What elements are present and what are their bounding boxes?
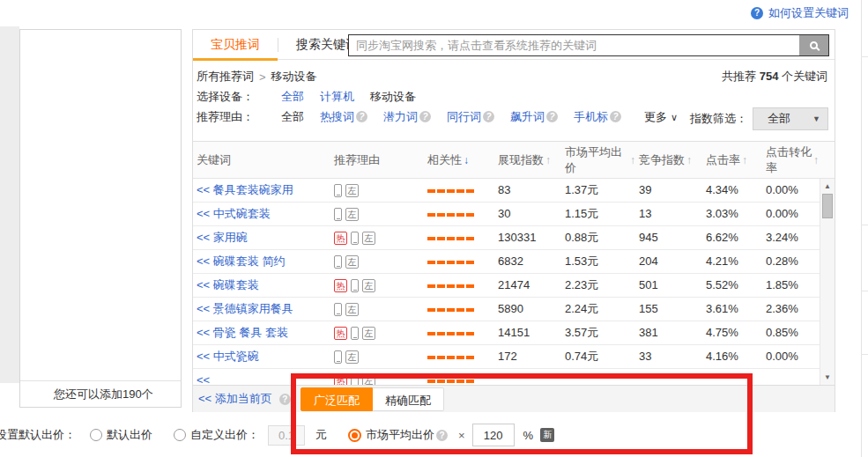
- keyword-add-link[interactable]: << 碗碟套装: [197, 278, 259, 291]
- reason-option[interactable]: 飙升词?: [510, 109, 558, 125]
- yuan-unit-label: 元: [315, 427, 327, 443]
- impressions-cell: 5890: [494, 298, 561, 321]
- competition-cell: [635, 369, 702, 385]
- reason-option[interactable]: 热搜词?: [320, 109, 367, 125]
- column-header-5[interactable]: 竞争指数↑: [635, 152, 702, 168]
- reason-options: 全部热搜词?潜力词?同行词?飙升词?手机标?: [281, 109, 637, 125]
- sort-up-icon[interactable]: ↑: [545, 154, 551, 166]
- relevance-cell: [424, 298, 494, 321]
- mobile-badge-icon: [334, 184, 342, 197]
- reason-option[interactable]: 同行词?: [447, 109, 494, 125]
- search-icon: [810, 41, 818, 49]
- column-header-4[interactable]: 市场平均出价↑: [561, 144, 635, 176]
- radio-custom-bid[interactable]: 自定义出价：: [174, 427, 259, 443]
- tab-product-keywords[interactable]: 宝贝推词: [193, 30, 278, 60]
- zuo-badge-icon: 左: [345, 208, 359, 221]
- scroll-up-icon[interactable]: ▲: [820, 182, 835, 190]
- radio-default-bid[interactable]: 默认出价: [90, 427, 152, 443]
- radio-circle-icon: [90, 429, 102, 441]
- keyword-search-box: [348, 34, 829, 56]
- mobile-badge-icon: [334, 208, 342, 221]
- sort-up-icon[interactable]: ↑: [742, 154, 747, 166]
- reason-option[interactable]: 潜力词?: [383, 109, 431, 125]
- add-page-help-icon[interactable]: ?: [279, 394, 291, 405]
- index-filter-value: 全部: [768, 111, 790, 127]
- broad-match-button[interactable]: 广泛匹配: [300, 387, 373, 411]
- column-label: 推荐理由: [334, 152, 380, 168]
- reason-help-icon[interactable]: ?: [419, 111, 431, 122]
- reason-option[interactable]: 手机标?: [574, 109, 621, 125]
- device-option[interactable]: 全部: [281, 89, 304, 105]
- column-header-2[interactable]: 相关性↓: [424, 152, 494, 168]
- avg_price-cell: [561, 369, 635, 385]
- cvr-cell: 2.36%: [762, 298, 819, 321]
- avg_price-cell: 3.57元: [561, 321, 635, 344]
- column-header-7[interactable]: 点击转化率↑: [762, 144, 819, 176]
- keyword-add-link[interactable]: << 中式碗套装: [197, 207, 271, 220]
- sort-up-icon[interactable]: ↑: [686, 154, 692, 166]
- avg_price-cell: 2.23元: [561, 274, 635, 297]
- mobile-badge-icon: [334, 303, 342, 316]
- keyword-add-link[interactable]: <<: [197, 373, 210, 385]
- keyword-search-input[interactable]: [349, 35, 799, 55]
- ctr-cell: 4.16%: [702, 345, 762, 368]
- sort-down-icon[interactable]: ↓: [464, 154, 469, 166]
- column-header-6[interactable]: 点击率↑: [702, 152, 762, 168]
- keyword-add-link[interactable]: << 景德镇家用餐具: [197, 302, 293, 315]
- relevance-cell: [424, 369, 494, 385]
- keyword-add-link[interactable]: << 家用碗: [197, 231, 248, 244]
- add-current-page-link[interactable]: << 添加当前页: [198, 391, 272, 407]
- percent-input[interactable]: [472, 424, 515, 446]
- market-price-help-icon[interactable]: ?: [436, 430, 448, 441]
- summary-prefix: 共推荐: [722, 70, 756, 83]
- keyword-add-link[interactable]: << 骨瓷 餐具 套装: [197, 326, 288, 339]
- table-row: << 中式碗套装左301.15元133.03%0.00%: [193, 203, 835, 226]
- keyword-add-link[interactable]: << 中式瓷碗: [197, 350, 259, 363]
- mobile-badge-icon: [351, 232, 359, 245]
- avg_price-cell: 1.37元: [561, 179, 635, 202]
- how-to-set-keywords-link[interactable]: ? 如何设置关键词: [751, 5, 849, 21]
- zuo-badge-icon: 左: [362, 232, 375, 245]
- reason-filter-label: 推荐理由：: [197, 109, 281, 125]
- radio-market-label: 市场平均出价: [366, 427, 434, 443]
- sort-up-icon[interactable]: ↑: [813, 154, 819, 166]
- column-label: 市场平均出价: [565, 144, 628, 176]
- exact-match-button[interactable]: 精确匹配: [373, 387, 444, 411]
- reason-help-icon[interactable]: ?: [546, 111, 558, 122]
- selected-keywords-panel: 您还可以添加190个: [19, 29, 182, 408]
- scroll-down-icon[interactable]: ▼: [820, 373, 835, 381]
- radio-custom-label: 自定义出价：: [190, 427, 259, 443]
- search-button[interactable]: [799, 35, 828, 55]
- scrollbar-thumb[interactable]: [822, 194, 833, 218]
- radio-market-price[interactable]: 市场平均出价: [348, 427, 434, 443]
- relevance-bars: [427, 332, 476, 335]
- multiply-sign: ×: [458, 429, 465, 442]
- reason-cell: 左: [330, 203, 424, 225]
- zuo-badge-icon: 左: [362, 279, 375, 292]
- tab-bar: 宝贝推词 搜索关键词: [193, 30, 835, 60]
- keyword-add-link[interactable]: << 餐具套装碗家用: [197, 183, 293, 196]
- keyword-cell: << 餐具套装碗家用: [193, 179, 330, 202]
- cvr-cell: 0.85%: [762, 321, 819, 344]
- table-row: << 餐具套装碗家用左831.37元394.34%0.00%: [193, 179, 835, 203]
- keyword-count-summary: 共推荐 754 个关键词: [722, 69, 827, 85]
- table-scrollbar[interactable]: ▲ ▼: [820, 179, 835, 385]
- breadcrumb-root[interactable]: 所有推荐词: [197, 69, 254, 85]
- column-header-3[interactable]: 展现指数↑: [494, 152, 561, 168]
- zuo-badge-icon: 左: [345, 303, 359, 316]
- column-label: 点击率: [706, 152, 740, 168]
- reason-help-icon[interactable]: ?: [356, 111, 367, 122]
- impressions-cell: 21474: [494, 274, 561, 297]
- custom-bid-input[interactable]: [268, 425, 305, 446]
- index-filter-dropdown[interactable]: 全部 ▼: [753, 107, 828, 130]
- keyword-cell: <<: [193, 369, 330, 385]
- reason-help-icon[interactable]: ?: [483, 111, 494, 122]
- keyword-cell: << 骨瓷 餐具 套装: [193, 321, 330, 344]
- device-option[interactable]: 计算机: [320, 89, 354, 105]
- keyword-add-link[interactable]: << 碗碟套装 简约: [197, 254, 285, 268]
- edge-line: [861, 225, 868, 225]
- column-label: 竞争指数: [639, 152, 685, 168]
- more-filters-button[interactable]: 更多∨: [644, 109, 678, 125]
- impressions-cell: 14151: [494, 321, 561, 344]
- reason-help-icon[interactable]: ?: [610, 111, 621, 122]
